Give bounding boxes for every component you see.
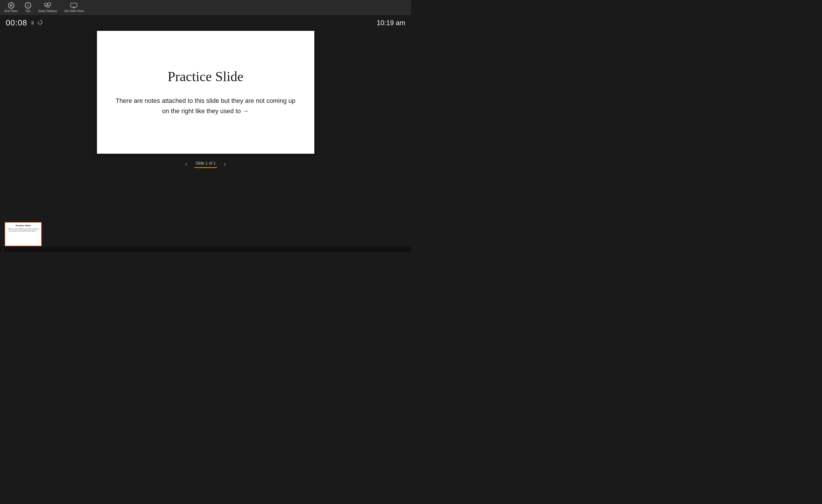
- slide-body: There are notes attached to this slide b…: [97, 96, 314, 116]
- end-show-icon: [8, 2, 15, 9]
- pause-button[interactable]: ⏸: [30, 20, 35, 26]
- thumbnail-strip: Practice Slide There are notes attached …: [5, 222, 42, 246]
- next-slide-button[interactable]: ›: [222, 159, 228, 169]
- main-area: Practice Slide There are notes attached …: [0, 31, 411, 252]
- use-slide-show-label: Use Slide Show: [64, 9, 84, 13]
- slide-container: Practice Slide There are notes attached …: [97, 31, 314, 154]
- tips-button[interactable]: i Tips: [25, 2, 31, 13]
- use-slide-show-icon: [70, 2, 77, 9]
- elapsed-time: 00:08: [6, 18, 27, 27]
- use-slide-show-button[interactable]: Use Slide Show: [64, 2, 84, 13]
- swap-displays-label: Swap Displays: [38, 9, 57, 13]
- toolbar: End Show i Tips Swap Displays: [0, 0, 411, 15]
- tips-label: Tips: [25, 9, 31, 13]
- slide-progress-bar: [194, 167, 217, 168]
- svg-rect-9: [71, 3, 77, 7]
- slide-navigation: ‹ Slide 1 of 1 ›: [183, 159, 228, 169]
- slide-indicator: Slide 1 of 1: [194, 161, 217, 168]
- slide-thumbnail-1[interactable]: Practice Slide There are notes attached …: [5, 222, 42, 246]
- status-text: 1: [2, 248, 4, 251]
- prev-slide-button[interactable]: ‹: [183, 159, 189, 169]
- thumb-body-1: There are notes attached to this slide b…: [7, 228, 39, 232]
- svg-text:i: i: [27, 3, 29, 8]
- timer-row: 00:08 ⏸ 10:19 am: [0, 15, 411, 31]
- thumb-title-1: Practice Slide: [16, 224, 31, 227]
- status-bar: 1: [0, 247, 411, 252]
- end-show-label: End Show: [5, 9, 18, 13]
- timer-controls: ⏸: [30, 20, 43, 26]
- clock-time: 10:19 am: [377, 19, 405, 27]
- timer-left: 00:08 ⏸: [6, 18, 43, 27]
- svg-rect-5: [44, 3, 47, 5]
- slide-label: Slide 1 of 1: [195, 161, 216, 165]
- svg-marker-13: [38, 21, 39, 22]
- tips-icon: i: [25, 2, 31, 9]
- end-show-button[interactable]: End Show: [5, 2, 18, 13]
- swap-displays-button[interactable]: Swap Displays: [38, 2, 57, 13]
- slide-title: Practice Slide: [167, 69, 244, 84]
- swap-displays-icon: [44, 2, 51, 9]
- svg-rect-6: [48, 3, 51, 5]
- reset-button[interactable]: [37, 20, 43, 26]
